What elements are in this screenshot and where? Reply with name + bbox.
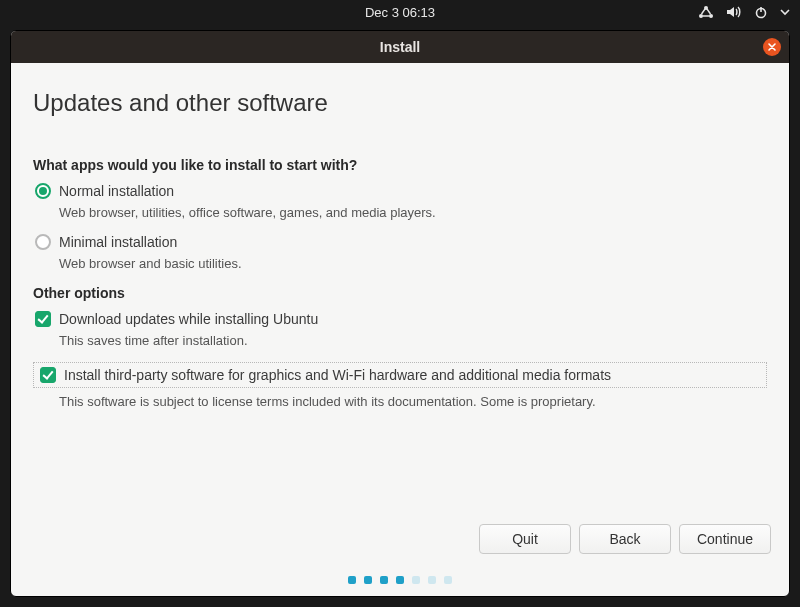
progress-dot — [428, 576, 436, 584]
radio-label: Minimal installation — [59, 234, 177, 250]
thirdparty-desc: This software is subject to license term… — [59, 394, 767, 409]
download-updates-desc: This saves time after installation. — [59, 333, 767, 348]
progress-dot — [444, 576, 452, 584]
radio-icon — [35, 234, 51, 250]
checkbox-icon — [35, 311, 51, 327]
radio-icon — [35, 183, 51, 199]
quit-button[interactable]: Quit — [479, 524, 571, 554]
progress-dot — [380, 576, 388, 584]
progress-dot — [348, 576, 356, 584]
titlebar: Install — [11, 31, 789, 63]
checkbox-label: Install third-party software for graphic… — [64, 367, 611, 383]
svg-point-2 — [709, 14, 713, 18]
clock[interactable]: Dec 3 06:13 — [365, 5, 435, 20]
progress-dot — [364, 576, 372, 584]
checkbox-icon — [40, 367, 56, 383]
continue-button[interactable]: Continue — [679, 524, 771, 554]
close-button[interactable] — [763, 38, 781, 56]
page-title: Updates and other software — [33, 89, 767, 117]
power-icon[interactable] — [754, 5, 768, 19]
wizard-buttons: Quit Back Continue — [479, 524, 771, 554]
checkbox-download-updates[interactable]: Download updates while installing Ubuntu — [35, 311, 767, 327]
svg-point-1 — [699, 14, 703, 18]
installer-window: Install Updates and other software What … — [10, 30, 790, 597]
minimal-installation-desc: Web browser and basic utilities. — [59, 256, 767, 271]
progress-dot — [396, 576, 404, 584]
volume-icon[interactable] — [726, 5, 742, 19]
radio-label: Normal installation — [59, 183, 174, 199]
system-tray[interactable] — [698, 0, 790, 24]
checkbox-label: Download updates while installing Ubuntu — [59, 311, 318, 327]
radio-minimal-installation[interactable]: Minimal installation — [35, 234, 767, 250]
radio-normal-installation[interactable]: Normal installation — [35, 183, 767, 199]
window-title: Install — [380, 39, 420, 55]
network-icon[interactable] — [698, 5, 714, 19]
normal-installation-desc: Web browser, utilities, office software,… — [59, 205, 767, 220]
progress-dot — [412, 576, 420, 584]
chevron-down-icon[interactable] — [780, 5, 790, 19]
back-button[interactable]: Back — [579, 524, 671, 554]
content-area: Updates and other software What apps wou… — [11, 63, 789, 409]
install-type-question: What apps would you like to install to s… — [33, 157, 767, 173]
other-options-label: Other options — [33, 285, 767, 301]
checkbox-thirdparty[interactable]: Install third-party software for graphic… — [33, 362, 767, 388]
progress-dots — [11, 576, 789, 584]
system-top-bar: Dec 3 06:13 — [0, 0, 800, 24]
